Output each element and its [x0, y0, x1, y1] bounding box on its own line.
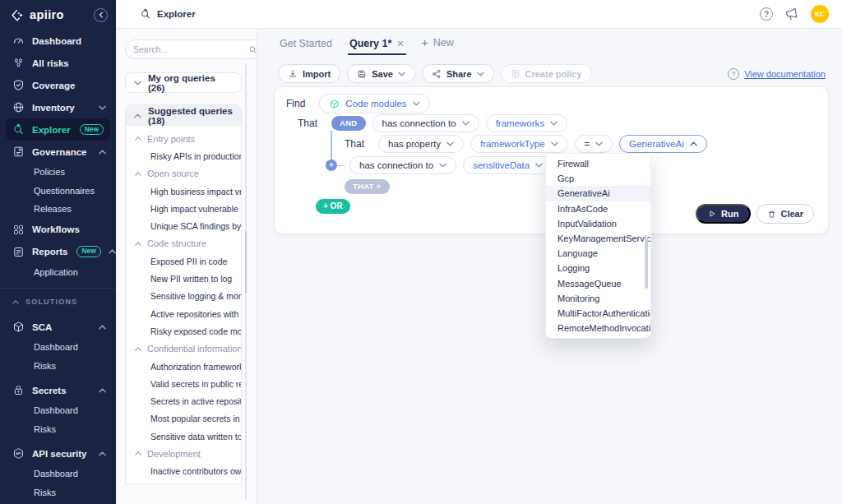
query-list-entry[interactable]: New PII written to log: [126, 270, 241, 287]
close-tab-icon[interactable]: ✕: [396, 39, 404, 49]
announcements-icon[interactable]: [784, 7, 799, 21]
dropdown-option[interactable]: InputValidation: [546, 216, 650, 231]
and-operator-pill[interactable]: AND: [331, 116, 365, 131]
dropdown-option[interactable]: MultiFactorAuthentication: [546, 306, 650, 321]
query-list-entry[interactable]: Sensitive logging & monitoring ...: [126, 288, 241, 305]
query-list-entry[interactable]: Development: [126, 445, 241, 462]
query-list-entry[interactable]: Exposed PII in code: [126, 252, 241, 270]
query-list-entry[interactable]: Most popular secrets in active...: [126, 410, 241, 428]
query-list-entry[interactable]: Active repositories with secrets: [126, 305, 241, 322]
dropdown-option[interactable]: Firewall: [546, 156, 650, 171]
shield-check-icon: [12, 79, 25, 91]
sidebar-item-api-security[interactable]: API API security: [0, 442, 116, 465]
sidebar-item-inventory[interactable]: Inventory: [0, 96, 116, 118]
predicate-select[interactable]: has property: [378, 135, 464, 153]
query-list-entry[interactable]: Open source: [126, 165, 241, 183]
sidebar-item-sca[interactable]: SCA: [0, 316, 116, 338]
query-list-entry[interactable]: Authorization frameworks in a...: [126, 358, 241, 375]
tab-label: Query 1*: [349, 38, 391, 49]
sidebar-item-secrets-risks[interactable]: Risks: [0, 420, 116, 439]
sidebar-item-dashboard[interactable]: Dashboard: [0, 30, 116, 52]
sidebar-collapse-button[interactable]: [94, 8, 108, 22]
add-or-button[interactable]: + OR: [316, 199, 350, 214]
predicate-select[interactable]: has connection to: [349, 156, 456, 174]
sidebar-item-secrets-dashboard[interactable]: Dashboard: [0, 401, 116, 420]
query-list-entry[interactable]: Supply chain: [126, 480, 241, 484]
tab-new[interactable]: + New: [420, 36, 456, 55]
dropdown-option[interactable]: Monitoring: [546, 291, 650, 306]
share-button[interactable]: Share: [422, 64, 494, 83]
property-select[interactable]: frameworkType: [470, 135, 568, 153]
dropdown-option[interactable]: GenerativeAi: [546, 186, 650, 201]
sidebar-item-policies[interactable]: Policies: [0, 163, 116, 182]
dropdown-option[interactable]: InfraAsCode: [546, 201, 650, 216]
query-list-entry[interactable]: Code structure: [126, 235, 241, 252]
query-list-entry[interactable]: Unique SCA findings by Apiiro: [126, 217, 241, 234]
create-policy-button[interactable]: Create policy: [501, 64, 592, 83]
sidebar-item-sca-dashboard[interactable]: Dashboard: [0, 338, 116, 357]
avatar[interactable]: KC: [811, 5, 829, 23]
tab-get-started[interactable]: Get Started: [278, 38, 334, 55]
trash-icon: [767, 210, 776, 219]
dropdown-option[interactable]: MessageQueue: [546, 276, 650, 291]
sidebar-item-reports[interactable]: Reports New: [0, 241, 116, 263]
query-list-entry[interactable]: High business impact vm2 libr...: [126, 183, 241, 200]
run-button[interactable]: Run: [696, 204, 751, 224]
query-list-entry[interactable]: Inactive contributors owning s...: [126, 463, 241, 480]
query-list-entry[interactable]: Sensitive data written to logs i...: [126, 428, 241, 445]
query-list-entry[interactable]: Secrets in active repositories g...: [126, 392, 241, 409]
sidebar-item-coverage[interactable]: Coverage: [0, 74, 116, 96]
suggested-queries-toggle[interactable]: Suggested queries (18): [126, 105, 241, 126]
import-button[interactable]: Import: [278, 64, 340, 83]
dropdown-option[interactable]: Logging: [546, 261, 650, 275]
sidebar-item-application[interactable]: Application: [0, 263, 116, 282]
predicate-select[interactable]: has connection to: [372, 114, 479, 132]
query-list-entry[interactable]: Valid secrets in public repositor...: [126, 375, 241, 392]
object-select[interactable]: sensitiveData: [463, 156, 553, 174]
sidebar-item-label: Reports: [32, 247, 67, 257]
sidebar-item-api-dashboard[interactable]: Dashboard: [0, 465, 116, 483]
add-condition-icon[interactable]: +: [326, 160, 337, 171]
sidebar-subitem-label: Risks: [34, 424, 56, 434]
query-list-entry[interactable]: High impact vulnerable depen...: [126, 200, 241, 217]
help-icon[interactable]: ?: [760, 7, 773, 21]
predicate-value: has property: [388, 139, 441, 149]
sidebar-item-governance[interactable]: Governance: [0, 141, 116, 163]
dropdown-option[interactable]: Language: [546, 246, 650, 261]
sidebar-item-secrets[interactable]: Secrets: [0, 379, 116, 401]
search-input[interactable]: [133, 44, 244, 54]
my-org-queries-toggle[interactable]: My org queries (26): [125, 72, 242, 93]
dropdown-option[interactable]: Gcp: [546, 171, 650, 186]
sidebar-item-releases[interactable]: Releases: [0, 200, 116, 219]
sidebar-item-workflows[interactable]: Workflows: [0, 219, 116, 241]
save-button[interactable]: Save: [347, 64, 415, 83]
dropdown-option[interactable]: KeyManagementService: [546, 231, 650, 246]
tab-query-1[interactable]: Query 1* ✕: [348, 38, 406, 55]
solutions-section-header[interactable]: SOLUTIONS: [0, 292, 116, 312]
dropdown-option[interactable]: RemoteMethodInvocation: [546, 321, 650, 335]
view-documentation-link[interactable]: View documentation: [744, 69, 826, 79]
sidebar-item-sca-risks[interactable]: Risks: [0, 357, 116, 376]
sidebar-item-questionnaires[interactable]: Questionnaires: [0, 182, 116, 201]
panel-scrollbar-thumb[interactable]: [245, 232, 248, 294]
dropdown-option[interactable]: Rpc: [546, 335, 650, 339]
query-label: Risky exposed code modules: [150, 326, 241, 336]
sidebar-subitem-label: Policies: [34, 167, 65, 177]
query-list-entry[interactable]: Risky exposed code modules: [126, 322, 241, 340]
clear-button[interactable]: Clear: [756, 204, 814, 224]
sidebar-item-api-risks[interactable]: Risks: [0, 483, 116, 502]
query-list-entry[interactable]: Confidential information: [126, 340, 241, 358]
sidebar-item-all-risks[interactable]: All risks: [0, 52, 116, 74]
dropdown-scrollbar-thumb[interactable]: [645, 237, 648, 289]
button-label: Clear: [780, 209, 803, 219]
add-that-button[interactable]: THAT +: [345, 179, 390, 194]
condition-row-frameworks: That AND has connection to frameworks: [298, 114, 567, 132]
query-list-entry[interactable]: Entry points: [126, 130, 241, 147]
query-list-entry[interactable]: Risky APIs in production code: [126, 147, 241, 164]
operator-select[interactable]: =: [575, 135, 613, 153]
value-select[interactable]: GenerativeAi: [619, 135, 706, 153]
subject-select[interactable]: Code modules: [319, 94, 429, 113]
object-select[interactable]: frameworks: [486, 114, 567, 132]
right-column: Explorer ? KC My org: [116, 0, 842, 504]
sidebar-item-explorer[interactable]: Explorer New: [6, 118, 110, 141]
